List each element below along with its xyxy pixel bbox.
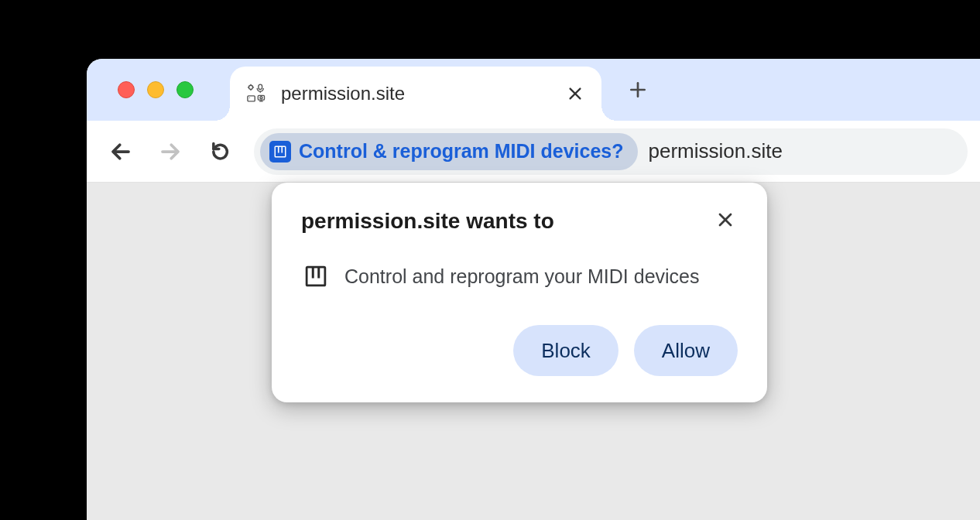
permissions-favicon-icon (245, 83, 267, 104)
svg-rect-17 (275, 146, 286, 157)
prompt-message: Control and reprogram your MIDI devices (344, 265, 700, 288)
prompt-body: Control and reprogram your MIDI devices (301, 265, 738, 288)
address-bar[interactable]: Control & reprogram MIDI devices? permis… (254, 128, 968, 175)
svg-point-8 (249, 98, 250, 98)
svg-rect-5 (259, 84, 262, 89)
permission-chip-text: Control & reprogram MIDI devices? (299, 140, 624, 162)
prompt-header: permission.site wants to (301, 209, 738, 234)
svg-point-10 (260, 97, 262, 99)
allow-button[interactable]: Allow (634, 325, 738, 376)
url-text: permission.site (649, 139, 783, 163)
prompt-title: permission.site wants to (301, 209, 554, 234)
prompt-close-icon[interactable] (713, 207, 738, 232)
svg-rect-7 (248, 96, 255, 101)
midi-chip-icon (269, 141, 291, 162)
new-tab-button[interactable] (622, 59, 653, 121)
midi-icon (304, 265, 327, 288)
permission-chip[interactable]: Control & reprogram MIDI devices? (260, 133, 638, 170)
tab-title: permission.site (281, 83, 564, 104)
reload-button[interactable] (198, 130, 242, 173)
permission-prompt: permission.site wants to Control (272, 183, 767, 402)
back-button[interactable] (99, 130, 142, 173)
browser-window: permission.site (87, 59, 980, 520)
browser-tab[interactable]: permission.site (230, 67, 601, 121)
window-maximize-button[interactable] (176, 81, 194, 98)
browser-toolbar: Control & reprogram MIDI devices? permis… (87, 121, 980, 183)
svg-rect-22 (307, 267, 325, 286)
page-content: permission.site wants to Control (87, 183, 980, 520)
window-minimize-button[interactable] (147, 81, 164, 98)
forward-button[interactable] (149, 130, 192, 173)
svg-point-0 (248, 85, 252, 89)
block-button[interactable]: Block (513, 325, 618, 376)
close-tab-icon[interactable] (564, 83, 586, 104)
prompt-buttons: Block Allow (301, 325, 738, 376)
window-close-button[interactable] (118, 81, 135, 98)
window-controls (118, 81, 194, 98)
tab-strip: permission.site (87, 59, 980, 121)
